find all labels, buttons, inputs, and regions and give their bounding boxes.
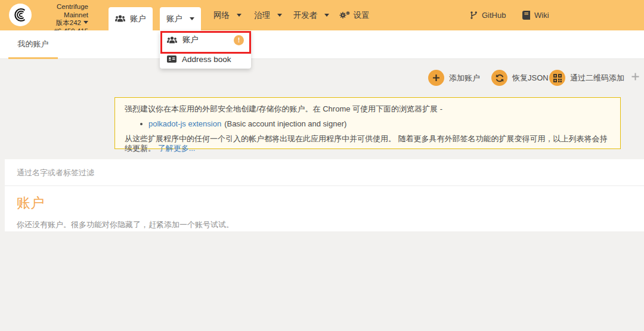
dropdown-item-label: Address book [182,55,231,64]
page-tab-bar: 我的账户 [0,30,644,59]
dropdown-item-accounts[interactable]: 账户 ! [160,30,251,50]
extension-notice-box: 强烈建议你在本应用的外部安全地创建/存储你的账户。在 Chrome 可使用下面的… [114,97,621,149]
book-icon [522,11,530,20]
qrcode-icon [549,70,565,86]
polkadot-js-extension-link[interactable]: polkadot-js extension [148,119,221,129]
learn-more-link[interactable]: 了解更多... [158,144,196,153]
nav-menu-label: 账户 [166,14,182,24]
notice-line2: 从这些扩展程序中的任何一个引入的帐户都将出现在此应用程序中并可供使用。 随着更多… [125,134,611,153]
add-account-label: 添加账户 [449,73,480,83]
nav-menu-accounts[interactable]: 账户 [160,7,201,30]
accounts-section-title: 账户 [17,194,632,212]
wiki-link-label: Wiki [534,11,549,20]
nav-tab-accounts-active[interactable]: 账户 [109,7,153,30]
plus-icon [428,70,444,86]
users-icon [167,36,177,44]
wiki-link[interactable]: Wiki [522,0,549,30]
restore-json-label: 恢复JSON [512,73,549,83]
expand-toggle-plus-icon[interactable] [631,72,640,83]
code-branch-icon [470,11,478,20]
tab-my-accounts[interactable]: 我的账户 [8,30,58,59]
dropdown-item-address-book[interactable]: Address book [160,50,251,69]
centrifuge-logo[interactable] [9,4,32,26]
restore-json-button[interactable]: 恢复JSON [491,70,549,86]
accounts-section-body: 账户 你还没有账户。很多功能对你隐藏了，赶紧添加一个账号试试。 [5,186,644,230]
github-link-label: GitHub [482,11,506,20]
centrifuge-logo-icon [11,6,29,24]
nav-tab-label: 账户 [130,14,146,24]
accounts-card: 账户 你还没有账户。很多功能对你隐藏了，赶紧添加一个账号试试。 [5,159,644,231]
cogs-icon [339,11,350,20]
runtime-version-selector[interactable]: 版本242 [33,19,88,27]
warning-badge: ! [234,35,244,45]
notice-bullet: polkadot-js extension (Basic account inj… [140,119,611,129]
chevron-down-icon [190,17,194,20]
tab-label: 我的账户 [18,39,49,50]
notice-bullet-text: (Basic account injection and signer) [224,119,346,129]
nav-menu-label: 设置 [354,10,370,21]
nav-menu-label: 开发者 [293,10,318,21]
chain-name: Centrifuge Mainnet [33,3,88,19]
accounts-dropdown-menu: 账户 ! Address book [160,30,251,69]
chevron-down-icon [324,14,329,17]
nav-menu-network[interactable]: 网络 [212,0,243,30]
github-link[interactable]: GitHub [470,0,506,30]
filter-input[interactable] [17,168,632,177]
add-via-qr-button[interactable]: 通过二维码添加 [549,70,624,86]
add-via-qr-label: 通过二维码添加 [570,73,624,83]
nav-menu-label: 治理 [254,10,270,21]
chevron-down-icon [277,14,282,17]
dropdown-item-label: 账户 [182,35,199,45]
sync-icon [491,70,507,86]
nav-menu-developer[interactable]: 开发者 [292,0,331,30]
chevron-down-icon [237,14,242,17]
nav-menu-label: 网络 [213,10,230,21]
top-navigation-bar: Centrifuge Mainnet 版本242 #6,459,415 账户 账… [0,0,644,30]
accounts-empty-message: 你还没有账户。很多功能对你隐藏了，赶紧添加一个账号试试。 [17,219,632,230]
address-card-icon [167,55,177,63]
nav-menu-governance[interactable]: 治理 [252,0,284,30]
notice-line1: 强烈建议你在本应用的外部安全地创建/存储你的账户。在 Chrome 可使用下面的… [125,104,611,114]
nav-menu-settings[interactable]: 设置 [336,0,373,30]
add-account-button[interactable]: 添加账户 [428,70,480,86]
bullet-dot [140,123,143,125]
filter-bar [5,159,644,186]
chevron-down-icon [83,21,88,24]
users-icon [115,15,125,23]
